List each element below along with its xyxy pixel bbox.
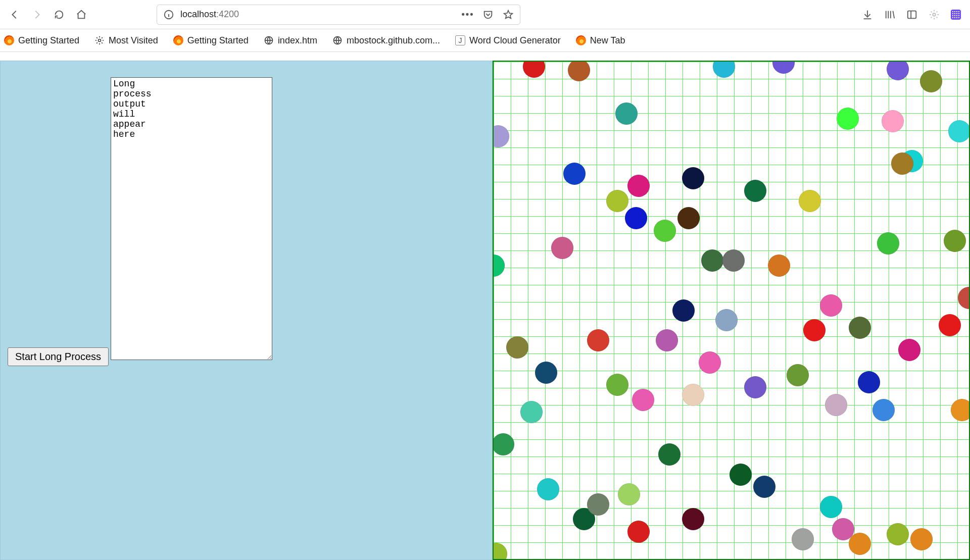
globe-icon — [264, 35, 274, 45]
data-dot[interactable] — [898, 339, 920, 361]
data-dot[interactable] — [891, 152, 913, 175]
data-dot[interactable] — [951, 399, 970, 421]
d3-grid-svg[interactable] — [493, 61, 970, 560]
data-dot[interactable] — [677, 207, 700, 229]
data-dot[interactable] — [682, 508, 704, 530]
j-favicon-icon: J — [455, 35, 465, 45]
info-icon[interactable] — [163, 9, 174, 20]
bookmark-item[interactable]: mbostock.github.com... — [332, 35, 440, 46]
data-dot[interactable] — [882, 110, 904, 132]
data-dot[interactable] — [618, 483, 640, 505]
extension-settings-icon[interactable] — [929, 9, 940, 20]
data-dot[interactable] — [523, 61, 545, 78]
url-text: localhost:4200 — [180, 9, 456, 20]
data-dot[interactable] — [493, 254, 505, 277]
data-dot[interactable] — [493, 543, 507, 560]
data-dot[interactable] — [939, 314, 961, 336]
data-dot[interactable] — [535, 362, 557, 384]
data-dot[interactable] — [627, 521, 650, 543]
data-dot[interactable] — [958, 287, 970, 309]
library-icon[interactable] — [884, 9, 895, 20]
data-dot[interactable] — [713, 61, 735, 78]
data-dot[interactable] — [887, 523, 909, 545]
data-dot[interactable] — [887, 61, 909, 80]
data-dot[interactable] — [699, 351, 721, 374]
extension-icon[interactable] — [951, 10, 961, 20]
data-dot[interactable] — [715, 309, 738, 331]
data-dot[interactable] — [858, 371, 880, 393]
data-dot[interactable] — [654, 220, 676, 242]
data-dot[interactable] — [910, 528, 933, 550]
data-dot[interactable] — [849, 317, 871, 339]
home-icon[interactable] — [76, 9, 87, 20]
data-dot[interactable] — [493, 125, 509, 147]
nav-buttons-left — [9, 9, 87, 20]
star-icon[interactable] — [503, 9, 514, 20]
bookmark-item[interactable]: Most Visited — [94, 35, 158, 46]
data-dot[interactable] — [825, 394, 847, 416]
data-dot[interactable] — [948, 120, 970, 142]
data-dot[interactable] — [627, 175, 650, 197]
data-dot[interactable] — [820, 294, 842, 317]
data-dot[interactable] — [722, 249, 745, 272]
data-dot[interactable] — [587, 329, 609, 351]
data-dot[interactable] — [656, 329, 678, 351]
data-dot[interactable] — [682, 384, 704, 406]
data-dot[interactable] — [632, 389, 654, 411]
process-output[interactable] — [111, 77, 272, 360]
data-dot[interactable] — [520, 401, 543, 423]
data-dot[interactable] — [837, 108, 859, 130]
url-bar[interactable]: localhost:4200 ••• — [157, 5, 520, 25]
bookmark-label: Getting Started — [187, 35, 249, 46]
start-long-process-button[interactable]: Start Long Process — [8, 347, 109, 366]
more-icon[interactable]: ••• — [462, 9, 473, 20]
data-dot[interactable] — [920, 70, 942, 92]
bookmark-item[interactable]: New Tab — [576, 35, 625, 46]
data-dot[interactable] — [625, 207, 647, 229]
forward-icon[interactable] — [31, 9, 42, 20]
data-dot[interactable] — [615, 103, 638, 125]
data-dot[interactable] — [563, 163, 586, 185]
data-dot[interactable] — [672, 299, 695, 322]
bookmark-item[interactable]: JWord Cloud Generator — [455, 35, 561, 46]
bookmark-label: Word Cloud Generator — [469, 35, 561, 46]
data-dot[interactable] — [787, 364, 809, 386]
data-dot[interactable] — [772, 61, 795, 74]
sidebar-icon[interactable] — [906, 9, 917, 20]
data-dot[interactable] — [768, 254, 790, 277]
data-dot[interactable] — [568, 61, 590, 81]
data-dot[interactable] — [753, 476, 775, 498]
data-dot[interactable] — [537, 478, 559, 500]
data-dot[interactable] — [877, 232, 899, 254]
data-dot[interactable] — [849, 533, 871, 555]
gear-icon — [94, 35, 105, 45]
left-panel: Start Long Process — [0, 61, 493, 560]
bookmark-item[interactable]: index.htm — [264, 35, 317, 46]
bookmark-item[interactable]: Getting Started — [4, 35, 79, 46]
data-dot[interactable] — [701, 249, 723, 272]
data-dot[interactable] — [744, 376, 766, 398]
reload-icon[interactable] — [54, 9, 65, 20]
bookmark-label: Getting Started — [18, 35, 79, 46]
pocket-icon[interactable] — [482, 9, 494, 20]
data-dot[interactable] — [551, 237, 573, 259]
bookmark-item[interactable]: Getting Started — [173, 35, 249, 46]
data-dot[interactable] — [658, 443, 681, 466]
data-dot[interactable] — [792, 528, 814, 550]
data-dot[interactable] — [606, 374, 628, 396]
data-dot[interactable] — [744, 180, 766, 202]
data-dot[interactable] — [493, 433, 514, 455]
data-dot[interactable] — [682, 167, 704, 189]
data-dot[interactable] — [730, 464, 752, 486]
data-dot[interactable] — [506, 336, 528, 359]
data-dot[interactable] — [803, 319, 826, 341]
data-dot[interactable] — [587, 493, 609, 516]
downloads-icon[interactable] — [862, 9, 873, 20]
data-dot[interactable] — [944, 230, 966, 252]
data-dot[interactable] — [820, 496, 842, 518]
svg-rect-3 — [908, 11, 916, 18]
data-dot[interactable] — [872, 399, 895, 421]
back-icon[interactable] — [9, 9, 20, 20]
data-dot[interactable] — [606, 190, 628, 212]
data-dot[interactable] — [799, 190, 821, 212]
